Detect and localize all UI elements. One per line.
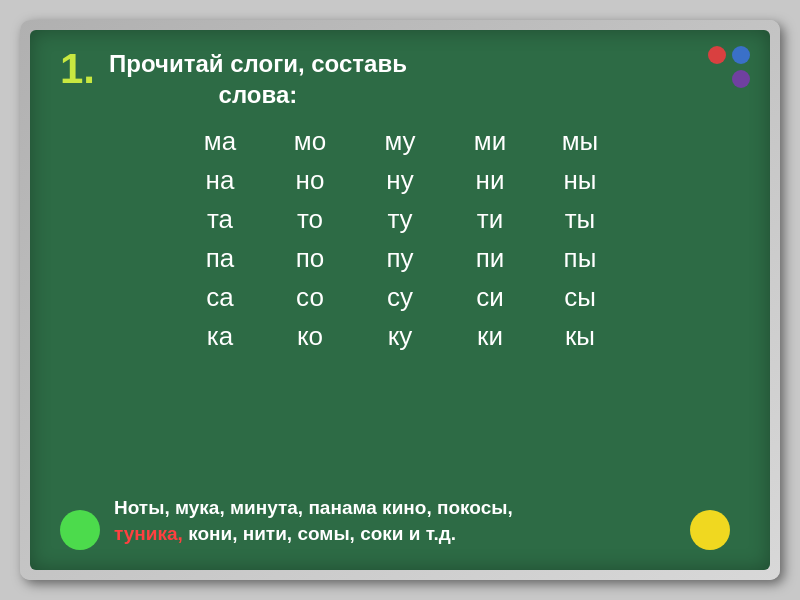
syllable-row-4: сасосусисы <box>60 280 740 315</box>
syllable-cell-0-4: мы <box>535 124 625 159</box>
exercise-number: 1. <box>60 48 95 90</box>
header: 1. Прочитай слоги, составь слова: <box>60 48 740 110</box>
syllable-cell-4-3: си <box>445 280 535 315</box>
syllable-row-3: папопупипы <box>60 241 740 276</box>
syllable-row-2: татотутиты <box>60 202 740 237</box>
title-line1: Прочитай слоги, составь <box>109 50 407 77</box>
syllable-row-5: какокукикы <box>60 319 740 354</box>
syllable-cell-3-0: па <box>175 241 265 276</box>
title-line2: слова: <box>219 81 298 108</box>
syllable-cell-2-1: то <box>265 202 355 237</box>
syllable-cell-5-0: ка <box>175 319 265 354</box>
syllable-cell-1-3: ни <box>445 163 535 198</box>
syllable-row-1: нанонунины <box>60 163 740 198</box>
syllable-cell-2-0: та <box>175 202 265 237</box>
syllable-cell-4-4: сы <box>535 280 625 315</box>
dot-blue <box>732 46 750 64</box>
dot-red <box>708 46 726 64</box>
syllable-cell-3-3: пи <box>445 241 535 276</box>
board-outer: 1. Прочитай слоги, составь слова: мамому… <box>20 20 780 580</box>
exercise-title: Прочитай слоги, составь слова: <box>109 48 407 110</box>
syllable-cell-1-1: но <box>265 163 355 198</box>
syllable-row-0: мамомумимы <box>60 124 740 159</box>
syllable-cell-5-2: ку <box>355 319 445 354</box>
syllable-cell-3-1: по <box>265 241 355 276</box>
syllable-cell-1-2: ну <box>355 163 445 198</box>
syllable-cell-0-3: ми <box>445 124 535 159</box>
syllable-cell-2-3: ти <box>445 202 535 237</box>
blackboard: 1. Прочитай слоги, составь слова: мамому… <box>30 30 770 570</box>
syllable-cell-0-2: му <box>355 124 445 159</box>
bottom-rest: кони, нити, сомы, соки и т.д. <box>183 523 456 544</box>
syllable-cell-0-0: ма <box>175 124 265 159</box>
syllable-cell-2-2: ту <box>355 202 445 237</box>
syllable-cell-2-4: ты <box>535 202 625 237</box>
syllable-grid: мамомумимынанонунинытатотутитыпапопупипы… <box>60 124 740 480</box>
syllable-cell-4-2: су <box>355 280 445 315</box>
syllable-cell-4-1: со <box>265 280 355 315</box>
bottom-line1: Ноты, мука, минута, панама кино, покосы, <box>114 497 513 518</box>
dot-purple <box>732 70 750 88</box>
syllable-cell-1-0: на <box>175 163 265 198</box>
green-circle <box>60 510 100 550</box>
syllable-cell-5-4: кы <box>535 319 625 354</box>
syllable-cell-3-2: пу <box>355 241 445 276</box>
bottom-text: Ноты, мука, минута, панама кино, покосы,… <box>70 495 730 548</box>
bottom-highlight: туника, <box>114 523 183 544</box>
yellow-circle <box>690 510 730 550</box>
decorative-dots <box>708 46 750 88</box>
bottom-area: Ноты, мука, минута, панама кино, покосы,… <box>60 489 740 554</box>
syllable-cell-1-4: ны <box>535 163 625 198</box>
syllable-cell-5-3: ки <box>445 319 535 354</box>
syllable-cell-3-4: пы <box>535 241 625 276</box>
syllable-cell-0-1: мо <box>265 124 355 159</box>
syllable-cell-5-1: ко <box>265 319 355 354</box>
syllable-cell-4-0: са <box>175 280 265 315</box>
